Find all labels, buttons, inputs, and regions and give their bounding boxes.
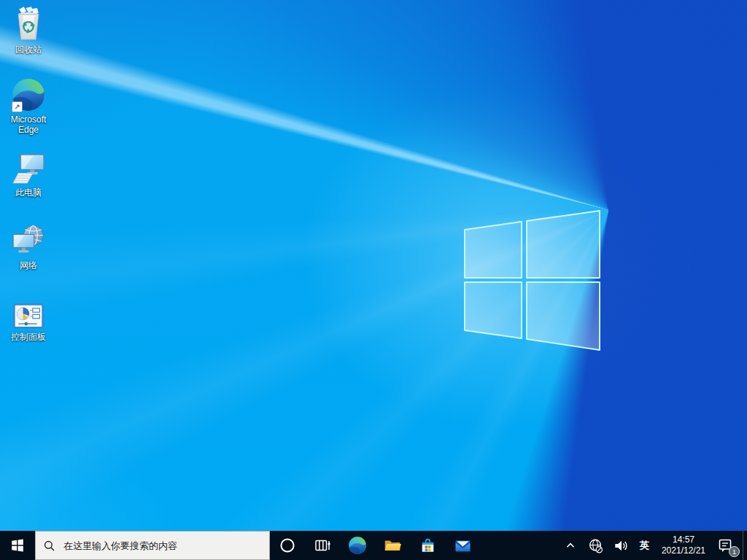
ime-language-indicator[interactable]: 英 xyxy=(634,531,655,560)
microsoft-edge-icon xyxy=(348,536,367,555)
network-status-button[interactable] xyxy=(583,531,608,560)
windows-desktop: 回收站 ↗ Micro xyxy=(0,0,747,560)
task-view-icon xyxy=(314,537,331,554)
desktop-icon-label: 控制面板 xyxy=(11,332,46,342)
desktop-icon-recycle-bin[interactable]: 回收站 xyxy=(1,6,55,55)
this-pc-icon xyxy=(12,149,46,185)
windows-logo-wallpaper xyxy=(460,204,605,357)
taskbar: 英 14:57 2021/12/21 1 xyxy=(0,531,747,560)
desktop-icon-label: Microsoft Edge xyxy=(1,114,55,135)
store-button[interactable] xyxy=(410,531,445,560)
file-explorer-button[interactable] xyxy=(375,531,410,560)
desktop-icon-label: 回收站 xyxy=(15,44,42,55)
mail-icon xyxy=(454,537,472,555)
desktop-icon-network[interactable]: 网络 xyxy=(1,222,55,271)
show-desktop-button[interactable] xyxy=(743,531,747,560)
tray-expand-button[interactable] xyxy=(558,531,583,560)
windows-logo-icon xyxy=(9,537,26,553)
search-input[interactable] xyxy=(62,540,262,552)
taskbar-search[interactable] xyxy=(35,531,270,560)
desktop-icon-label: 网络 xyxy=(20,260,37,271)
microsoft-edge-icon: ↗ xyxy=(11,76,46,112)
cortana-button[interactable] xyxy=(270,531,305,560)
desktop-icon-control-panel[interactable]: 控制面板 xyxy=(1,293,55,342)
desktop-icon-microsoft-edge[interactable]: ↗ Microsoft Edge xyxy=(1,76,55,135)
network-icon xyxy=(12,222,46,258)
recycle-bin-icon xyxy=(12,6,44,42)
clock-time: 14:57 xyxy=(673,534,694,545)
edge-taskbar-button[interactable] xyxy=(340,531,375,560)
volume-button[interactable] xyxy=(608,531,634,560)
taskbar-clock[interactable]: 14:57 2021/12/21 xyxy=(655,531,712,560)
microsoft-store-icon xyxy=(419,537,437,555)
search-icon xyxy=(43,539,55,553)
wallpaper-sub-rays xyxy=(0,0,747,560)
action-center-button[interactable]: 1 xyxy=(712,531,743,560)
desktop-icon-this-pc[interactable]: 此电脑 xyxy=(1,149,55,198)
system-tray: 英 14:57 2021/12/21 1 xyxy=(558,531,747,560)
desktop-icon-label: 此电脑 xyxy=(15,187,42,198)
cortana-icon xyxy=(279,537,296,554)
globe-no-internet-icon xyxy=(587,537,604,554)
mail-button[interactable] xyxy=(445,531,480,560)
notification-badge: 1 xyxy=(729,546,740,557)
start-button[interactable] xyxy=(0,531,35,560)
shortcut-arrow-icon: ↗ xyxy=(12,101,23,112)
task-view-button[interactable] xyxy=(305,531,340,560)
file-explorer-icon xyxy=(383,536,402,555)
control-panel-icon xyxy=(12,293,44,330)
chevron-up-icon xyxy=(562,537,578,553)
clock-date: 2021/12/21 xyxy=(662,545,705,556)
speaker-icon xyxy=(613,537,630,554)
